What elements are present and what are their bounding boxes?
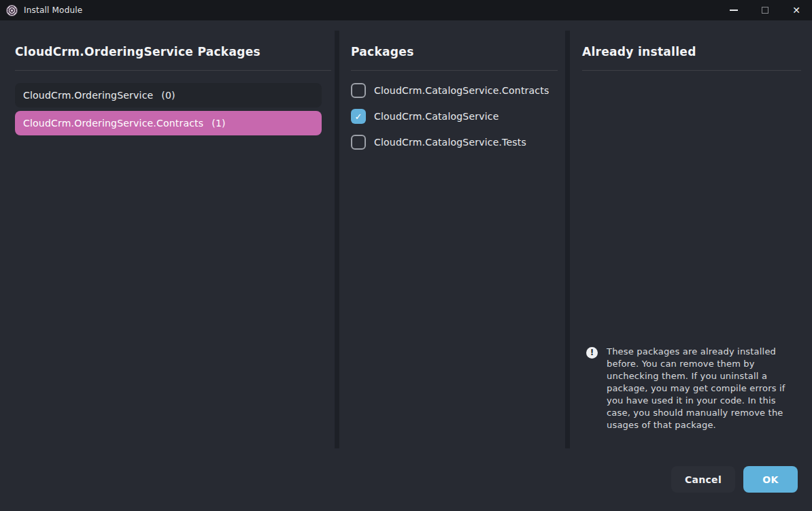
- install-module-dialog: Install Module ✕ CloudCrm.OrderingServic…: [0, 0, 812, 511]
- checkbox[interactable]: ✓: [351, 135, 366, 150]
- dialog-footer: Cancel OK: [671, 466, 798, 493]
- checkbox-label: CloudCrm.CatalogService.Tests: [374, 137, 526, 148]
- ok-button[interactable]: OK: [743, 466, 798, 493]
- maximize-button[interactable]: [749, 0, 781, 20]
- column-separator: [335, 31, 339, 448]
- package-count: (0): [161, 90, 175, 101]
- packages-header: Packages: [351, 45, 414, 59]
- left-header-divider: [15, 70, 331, 71]
- app-logo-icon: [6, 5, 18, 16]
- package-checkbox-row[interactable]: ✓ CloudCrm.CatalogService.Tests: [351, 135, 526, 150]
- package-checkbox-row[interactable]: ✓ CloudCrm.CatalogService.Contracts: [351, 83, 549, 98]
- minimize-button[interactable]: [718, 0, 749, 20]
- package-name: CloudCrm.OrderingService.Contracts: [23, 118, 203, 129]
- minimize-icon: [730, 10, 738, 11]
- check-icon: ✓: [355, 112, 362, 121]
- close-icon: ✕: [792, 5, 800, 15]
- already-installed-header: Already installed: [582, 45, 696, 59]
- package-list-item[interactable]: CloudCrm.OrderingService (0): [15, 83, 322, 108]
- titlebar: Install Module ✕: [0, 0, 812, 20]
- checkbox-label: CloudCrm.CatalogService.Contracts: [374, 85, 549, 96]
- already-installed-divider: [582, 70, 801, 71]
- checkbox-label: CloudCrm.CatalogService: [374, 111, 498, 122]
- note-text: These packages are already installed bef…: [607, 346, 789, 431]
- package-count: (1): [212, 118, 225, 129]
- alert-icon: !: [586, 347, 598, 359]
- package-list-item[interactable]: CloudCrm.OrderingService.Contracts (1): [15, 111, 322, 135]
- packages-header-divider: [351, 70, 558, 71]
- package-name: CloudCrm.OrderingService: [23, 90, 153, 101]
- checkbox[interactable]: ✓: [351, 83, 366, 98]
- window-title: Install Module: [24, 5, 82, 15]
- already-installed-note: ! These packages are already installed b…: [586, 346, 790, 431]
- maximize-icon: [762, 7, 768, 14]
- package-checkbox-row[interactable]: ✓ CloudCrm.CatalogService: [351, 109, 498, 124]
- column-separator: [565, 31, 570, 448]
- close-button[interactable]: ✕: [781, 0, 812, 20]
- cancel-button[interactable]: Cancel: [671, 466, 735, 493]
- left-panel-header: CloudCrm.OrderingService Packages: [15, 45, 260, 59]
- window-controls: ✕: [718, 0, 812, 20]
- checkbox[interactable]: ✓: [351, 109, 366, 124]
